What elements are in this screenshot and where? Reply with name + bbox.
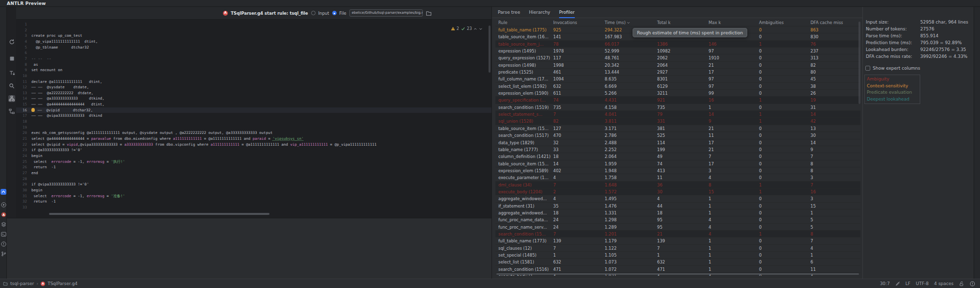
layers-toolwindow-icon[interactable] <box>0 221 6 227</box>
line-number[interactable]: 14 <box>16 96 27 102</box>
lock-icon[interactable] <box>959 281 964 287</box>
column-header[interactable]: Time (ms) <box>605 20 630 25</box>
table-row[interactable]: set_special (1485)11.1051101 <box>495 251 860 258</box>
table-row[interactable]: table_source_item (15...1273.17138121013 <box>495 125 860 131</box>
tab-hierarchy[interactable]: Hierarchy <box>529 7 550 18</box>
table-row[interactable]: table_source_item (15...141.959741708 <box>495 160 860 167</box>
table-row[interactable]: select_list (1581)6321.073632106 <box>495 258 860 265</box>
table-row[interactable]: aggregate_windowed...181.33118101 <box>495 209 860 216</box>
table-row[interactable]: full_table_name (1773)1391.179139107 <box>495 237 860 244</box>
code-line[interactable] <box>31 50 491 56</box>
show-expert-columns-row[interactable]: Show expert columns <box>865 66 920 71</box>
line-number[interactable]: 3 <box>16 33 27 39</box>
test-file-path-field[interactable]: ebelice/Github/tsql-parser/examples/big.… <box>349 9 423 17</box>
line-number[interactable]: 24 <box>16 153 27 159</box>
scroll-to-source-icon[interactable] <box>8 70 15 77</box>
line-number[interactable]: 1 <box>16 22 27 27</box>
line-number[interactable]: 32 <box>16 199 27 205</box>
code-line[interactable] <box>31 119 491 125</box>
line-number[interactable]: 23 <box>16 147 27 153</box>
input-radio-label[interactable]: Input <box>318 11 329 16</box>
table-row[interactable]: table_name (1777)332.2521992109 <box>495 146 860 153</box>
input-radio[interactable] <box>311 11 316 15</box>
code-line[interactable] <box>31 73 491 79</box>
code-line[interactable]: return -1 <box>31 199 491 205</box>
run-toolwindow-icon[interactable] <box>0 202 6 208</box>
file-radio-label[interactable]: File <box>340 11 346 16</box>
table-row[interactable]: full_column_name (17...10948.63583019704… <box>495 75 860 82</box>
code-editor[interactable]: 123create proc up_com_test4 @p_vipa11111… <box>16 20 491 218</box>
line-number[interactable]: 16 <box>16 107 27 113</box>
line-number[interactable]: 6 <box>16 50 27 56</box>
code-line[interactable]: —— @vipid dtchar32, <box>31 107 491 113</box>
line-number[interactable]: 28 <box>16 176 27 182</box>
inspections-widget[interactable]: 2 23 <box>451 26 483 31</box>
table-row[interactable]: predicate (1525)46113.444292717080 <box>495 68 860 75</box>
column-header[interactable]: Rule <box>498 20 551 25</box>
code-line[interactable]: set nocount on <box>31 67 491 73</box>
table-horizontal-scrollbar[interactable] <box>496 273 859 275</box>
terminal-toolwindow-icon[interactable] <box>0 231 6 237</box>
line-number[interactable]: 17 <box>16 113 27 119</box>
antlr-preview-toolwindow-icon[interactable] <box>0 189 6 195</box>
line-number[interactable]: 27 <box>16 170 27 176</box>
code-line[interactable]: —— —— @a2222222222 dtdate, <box>31 90 491 96</box>
line-ending-indicator[interactable]: LF <box>906 281 910 286</box>
column-header[interactable]: DFA cache miss <box>810 20 843 25</box>
search-icon[interactable] <box>8 82 15 89</box>
code-line[interactable] <box>31 22 491 27</box>
code-line[interactable] <box>31 176 491 182</box>
code-line[interactable]: declare @a1111111111111 dtint, <box>31 79 491 85</box>
line-number[interactable]: 29 <box>16 182 27 187</box>
code-line[interactable] <box>31 205 491 210</box>
table-row[interactable]: data_type (1829)322.48811417014 <box>495 139 860 146</box>
table-row[interactable]: sql_union (1528)823.8113319142 <box>495 117 860 124</box>
profiler-table[interactable]: full_table_name (1775)925294.3220863tabl… <box>495 26 860 276</box>
code-line[interactable]: @p_vipa1111111111111 dtint, <box>31 39 491 45</box>
line-number[interactable]: 25 <box>16 159 27 165</box>
code-line[interactable]: —— —— @a444444444444444 dtint, <box>31 102 491 107</box>
table-row[interactable]: expression (1495)197852.99910982970237 <box>495 47 860 54</box>
line-number[interactable]: 2 <box>16 27 27 33</box>
next-problem-icon[interactable] <box>479 27 483 31</box>
code-line[interactable]: begin <box>31 187 491 193</box>
code-line[interactable]: begin <box>31 153 491 159</box>
table-row[interactable]: table_source_item_j...7866.0171386146176 <box>495 40 860 47</box>
table-row[interactable]: select_list_elem (1592)6326.669612997038 <box>495 82 860 89</box>
code-line[interactable]: @p_tblname dtchar32 <box>31 45 491 51</box>
code-line[interactable]: exec nb_com_getsysconfig @a1111111111111… <box>31 130 491 136</box>
code-line[interactable]: —— —— @a333333333333 dtkind, <box>31 96 491 102</box>
line-number[interactable]: 4 <box>16 39 27 45</box>
table-row[interactable]: search_condition (15...71.20121418 <box>495 230 860 237</box>
table-row[interactable]: query_expression (1527)11748.76120621910… <box>495 54 860 61</box>
line-number[interactable]: 5 <box>16 45 27 51</box>
column-header[interactable]: Total k <box>657 20 670 25</box>
line-number[interactable]: 9 <box>16 67 27 73</box>
breadcrumb-project[interactable]: tsql-parser <box>10 281 34 286</box>
table-row[interactable]: query_specification (...744.43192116119 <box>495 96 860 103</box>
code-line[interactable]: select errorcode = -1, errormsg = '准备!' <box>31 193 491 199</box>
table-row[interactable]: search_condition (1519)7354.1587351031 <box>495 104 860 110</box>
column-header[interactable]: Invocations <box>553 20 577 25</box>
editor-vertical-scrollbar[interactable] <box>489 26 490 73</box>
table-vertical-scrollbar[interactable] <box>858 22 860 104</box>
line-number[interactable]: 10 <box>16 73 27 79</box>
code-line[interactable]: create proc up_com_test <box>31 33 491 39</box>
table-row[interactable]: select_statement_s...74.0417914114 <box>495 110 860 117</box>
tab-profiler[interactable]: Profiler <box>559 7 575 18</box>
table-row[interactable]: search_condition (1517)4702.78652511030 <box>495 131 860 138</box>
file-radio[interactable] <box>332 11 337 15</box>
show-expert-columns-checkbox[interactable] <box>865 66 870 71</box>
line-number[interactable]: 15 <box>16 102 27 107</box>
line-number[interactable]: 33 <box>16 205 27 210</box>
table-row[interactable]: expression_elem (1589)4021.948413308 <box>495 167 860 174</box>
refresh-icon[interactable] <box>8 38 15 45</box>
antlr-toolwindow-icon[interactable]: A <box>0 211 6 217</box>
encoding-indicator[interactable]: UTF-8 <box>916 281 929 286</box>
line-number[interactable]: 18 <box>16 119 27 125</box>
code-line[interactable]: return -1 <box>31 164 491 170</box>
line-number[interactable]: 26 <box>16 164 27 170</box>
table-row[interactable]: sql_clauses (12)71.1227104 <box>495 244 860 251</box>
prev-problem-icon[interactable] <box>473 27 477 31</box>
code-line[interactable]: as <box>31 62 491 68</box>
